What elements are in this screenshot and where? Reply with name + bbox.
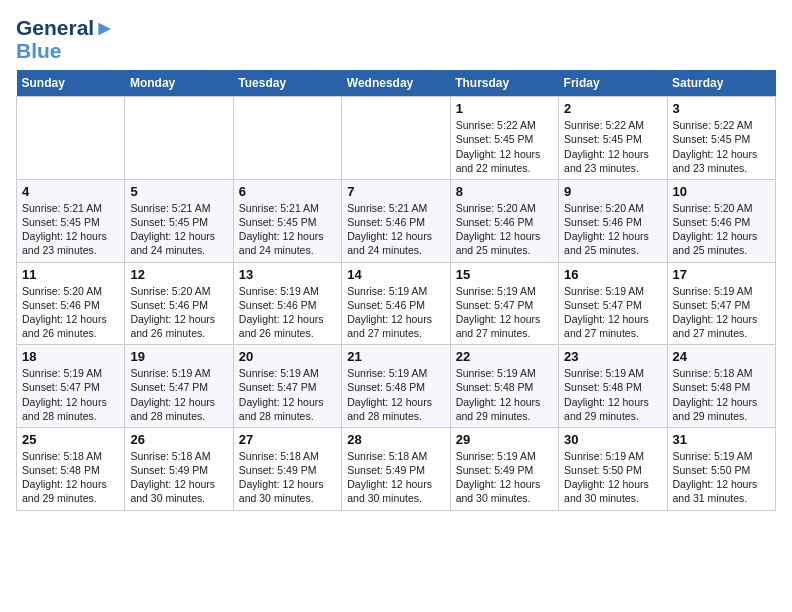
day-cell: 21Sunrise: 5:19 AM Sunset: 5:48 PM Dayli… xyxy=(342,345,450,428)
day-number: 10 xyxy=(673,184,770,199)
day-cell: 18Sunrise: 5:19 AM Sunset: 5:47 PM Dayli… xyxy=(17,345,125,428)
weekday-header-saturday: Saturday xyxy=(667,70,775,97)
day-number: 7 xyxy=(347,184,444,199)
day-cell: 24Sunrise: 5:18 AM Sunset: 5:48 PM Dayli… xyxy=(667,345,775,428)
day-info: Sunrise: 5:22 AM Sunset: 5:45 PM Dayligh… xyxy=(673,118,770,175)
day-info: Sunrise: 5:18 AM Sunset: 5:48 PM Dayligh… xyxy=(22,449,119,506)
day-number: 14 xyxy=(347,267,444,282)
day-info: Sunrise: 5:18 AM Sunset: 5:49 PM Dayligh… xyxy=(239,449,336,506)
day-cell: 2Sunrise: 5:22 AM Sunset: 5:45 PM Daylig… xyxy=(559,97,667,180)
day-number: 11 xyxy=(22,267,119,282)
day-cell: 25Sunrise: 5:18 AM Sunset: 5:48 PM Dayli… xyxy=(17,427,125,510)
day-cell: 3Sunrise: 5:22 AM Sunset: 5:45 PM Daylig… xyxy=(667,97,775,180)
day-cell: 17Sunrise: 5:19 AM Sunset: 5:47 PM Dayli… xyxy=(667,262,775,345)
day-info: Sunrise: 5:21 AM Sunset: 5:46 PM Dayligh… xyxy=(347,201,444,258)
day-info: Sunrise: 5:19 AM Sunset: 5:47 PM Dayligh… xyxy=(239,366,336,423)
day-cell: 28Sunrise: 5:18 AM Sunset: 5:49 PM Dayli… xyxy=(342,427,450,510)
day-info: Sunrise: 5:19 AM Sunset: 5:48 PM Dayligh… xyxy=(347,366,444,423)
day-info: Sunrise: 5:20 AM Sunset: 5:46 PM Dayligh… xyxy=(456,201,553,258)
day-number: 3 xyxy=(673,101,770,116)
day-info: Sunrise: 5:18 AM Sunset: 5:49 PM Dayligh… xyxy=(130,449,227,506)
day-cell: 31Sunrise: 5:19 AM Sunset: 5:50 PM Dayli… xyxy=(667,427,775,510)
day-number: 16 xyxy=(564,267,661,282)
day-cell: 6Sunrise: 5:21 AM Sunset: 5:45 PM Daylig… xyxy=(233,179,341,262)
day-cell: 13Sunrise: 5:19 AM Sunset: 5:46 PM Dayli… xyxy=(233,262,341,345)
calendar-table: SundayMondayTuesdayWednesdayThursdayFrid… xyxy=(16,70,776,510)
week-row-1: 1Sunrise: 5:22 AM Sunset: 5:45 PM Daylig… xyxy=(17,97,776,180)
day-info: Sunrise: 5:21 AM Sunset: 5:45 PM Dayligh… xyxy=(22,201,119,258)
day-info: Sunrise: 5:20 AM Sunset: 5:46 PM Dayligh… xyxy=(130,284,227,341)
day-info: Sunrise: 5:22 AM Sunset: 5:45 PM Dayligh… xyxy=(456,118,553,175)
day-info: Sunrise: 5:20 AM Sunset: 5:46 PM Dayligh… xyxy=(564,201,661,258)
day-number: 6 xyxy=(239,184,336,199)
day-cell: 5Sunrise: 5:21 AM Sunset: 5:45 PM Daylig… xyxy=(125,179,233,262)
day-cell: 7Sunrise: 5:21 AM Sunset: 5:46 PM Daylig… xyxy=(342,179,450,262)
day-info: Sunrise: 5:19 AM Sunset: 5:50 PM Dayligh… xyxy=(673,449,770,506)
day-cell: 19Sunrise: 5:19 AM Sunset: 5:47 PM Dayli… xyxy=(125,345,233,428)
day-number: 30 xyxy=(564,432,661,447)
day-number: 31 xyxy=(673,432,770,447)
day-info: Sunrise: 5:19 AM Sunset: 5:48 PM Dayligh… xyxy=(564,366,661,423)
day-number: 26 xyxy=(130,432,227,447)
day-number: 22 xyxy=(456,349,553,364)
logo-text: General► xyxy=(16,16,115,39)
day-cell: 12Sunrise: 5:20 AM Sunset: 5:46 PM Dayli… xyxy=(125,262,233,345)
day-number: 20 xyxy=(239,349,336,364)
day-cell: 8Sunrise: 5:20 AM Sunset: 5:46 PM Daylig… xyxy=(450,179,558,262)
day-cell: 23Sunrise: 5:19 AM Sunset: 5:48 PM Dayli… xyxy=(559,345,667,428)
day-number: 17 xyxy=(673,267,770,282)
day-number: 5 xyxy=(130,184,227,199)
page-header: General► Blue xyxy=(16,16,776,62)
day-info: Sunrise: 5:22 AM Sunset: 5:45 PM Dayligh… xyxy=(564,118,661,175)
day-info: Sunrise: 5:19 AM Sunset: 5:49 PM Dayligh… xyxy=(456,449,553,506)
day-info: Sunrise: 5:19 AM Sunset: 5:47 PM Dayligh… xyxy=(130,366,227,423)
day-number: 9 xyxy=(564,184,661,199)
day-info: Sunrise: 5:19 AM Sunset: 5:46 PM Dayligh… xyxy=(239,284,336,341)
day-info: Sunrise: 5:21 AM Sunset: 5:45 PM Dayligh… xyxy=(239,201,336,258)
day-cell: 11Sunrise: 5:20 AM Sunset: 5:46 PM Dayli… xyxy=(17,262,125,345)
day-number: 4 xyxy=(22,184,119,199)
day-info: Sunrise: 5:19 AM Sunset: 5:47 PM Dayligh… xyxy=(673,284,770,341)
day-info: Sunrise: 5:18 AM Sunset: 5:49 PM Dayligh… xyxy=(347,449,444,506)
day-number: 27 xyxy=(239,432,336,447)
day-cell: 22Sunrise: 5:19 AM Sunset: 5:48 PM Dayli… xyxy=(450,345,558,428)
day-cell: 14Sunrise: 5:19 AM Sunset: 5:46 PM Dayli… xyxy=(342,262,450,345)
logo: General► Blue xyxy=(16,16,115,62)
day-cell: 27Sunrise: 5:18 AM Sunset: 5:49 PM Dayli… xyxy=(233,427,341,510)
week-row-5: 25Sunrise: 5:18 AM Sunset: 5:48 PM Dayli… xyxy=(17,427,776,510)
day-info: Sunrise: 5:20 AM Sunset: 5:46 PM Dayligh… xyxy=(22,284,119,341)
weekday-header-sunday: Sunday xyxy=(17,70,125,97)
day-info: Sunrise: 5:19 AM Sunset: 5:46 PM Dayligh… xyxy=(347,284,444,341)
day-info: Sunrise: 5:20 AM Sunset: 5:46 PM Dayligh… xyxy=(673,201,770,258)
day-number: 2 xyxy=(564,101,661,116)
day-number: 8 xyxy=(456,184,553,199)
week-row-4: 18Sunrise: 5:19 AM Sunset: 5:47 PM Dayli… xyxy=(17,345,776,428)
day-cell: 9Sunrise: 5:20 AM Sunset: 5:46 PM Daylig… xyxy=(559,179,667,262)
day-info: Sunrise: 5:19 AM Sunset: 5:47 PM Dayligh… xyxy=(564,284,661,341)
logo-blue: Blue xyxy=(16,39,115,62)
day-cell: 10Sunrise: 5:20 AM Sunset: 5:46 PM Dayli… xyxy=(667,179,775,262)
day-cell: 4Sunrise: 5:21 AM Sunset: 5:45 PM Daylig… xyxy=(17,179,125,262)
day-cell: 26Sunrise: 5:18 AM Sunset: 5:49 PM Dayli… xyxy=(125,427,233,510)
day-info: Sunrise: 5:19 AM Sunset: 5:48 PM Dayligh… xyxy=(456,366,553,423)
day-number: 18 xyxy=(22,349,119,364)
weekday-header-friday: Friday xyxy=(559,70,667,97)
weekday-header-thursday: Thursday xyxy=(450,70,558,97)
day-cell: 29Sunrise: 5:19 AM Sunset: 5:49 PM Dayli… xyxy=(450,427,558,510)
day-info: Sunrise: 5:21 AM Sunset: 5:45 PM Dayligh… xyxy=(130,201,227,258)
day-number: 28 xyxy=(347,432,444,447)
day-number: 21 xyxy=(347,349,444,364)
day-info: Sunrise: 5:19 AM Sunset: 5:50 PM Dayligh… xyxy=(564,449,661,506)
day-number: 19 xyxy=(130,349,227,364)
header-row: SundayMondayTuesdayWednesdayThursdayFrid… xyxy=(17,70,776,97)
day-number: 25 xyxy=(22,432,119,447)
day-cell: 16Sunrise: 5:19 AM Sunset: 5:47 PM Dayli… xyxy=(559,262,667,345)
day-cell xyxy=(233,97,341,180)
weekday-header-tuesday: Tuesday xyxy=(233,70,341,97)
week-row-3: 11Sunrise: 5:20 AM Sunset: 5:46 PM Dayli… xyxy=(17,262,776,345)
day-number: 24 xyxy=(673,349,770,364)
day-number: 15 xyxy=(456,267,553,282)
week-row-2: 4Sunrise: 5:21 AM Sunset: 5:45 PM Daylig… xyxy=(17,179,776,262)
day-cell: 1Sunrise: 5:22 AM Sunset: 5:45 PM Daylig… xyxy=(450,97,558,180)
day-info: Sunrise: 5:19 AM Sunset: 5:47 PM Dayligh… xyxy=(456,284,553,341)
